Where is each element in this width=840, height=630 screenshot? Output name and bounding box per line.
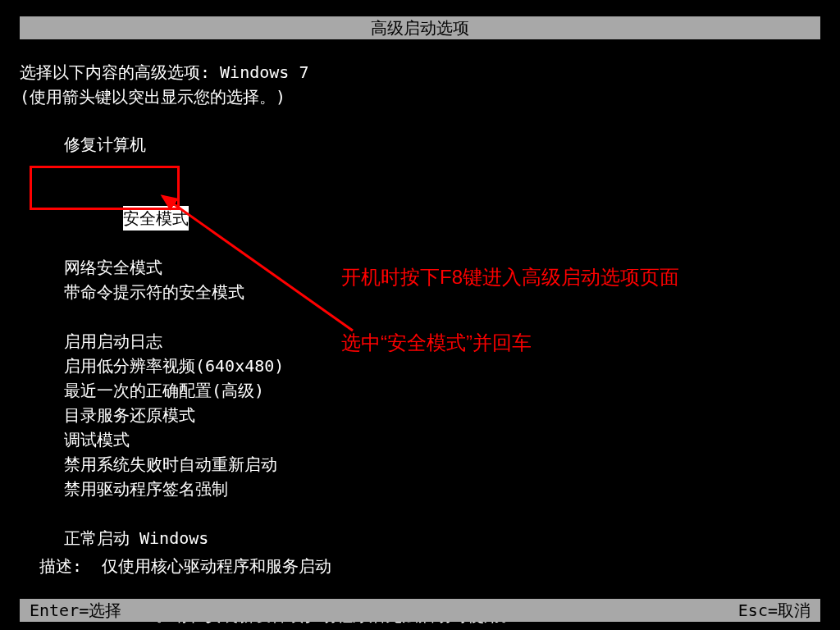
footer-enter-hint: Enter=选择: [30, 599, 121, 622]
footer-esc-hint: Esc=取消: [738, 599, 810, 622]
menu-item-disable-driver-sig[interactable]: 禁用驱动程序签名强制: [64, 477, 820, 501]
menu-item-ds-restore[interactable]: 目录服务还原模式: [64, 403, 820, 427]
menu-item-low-res[interactable]: 启用低分辨率视频(640x480): [64, 354, 820, 378]
selected-highlight: 安全模式: [123, 206, 189, 231]
menu-item-boot-log[interactable]: 启用启动日志: [64, 329, 820, 354]
title-bar: 高级启动选项: [20, 16, 820, 39]
menu-item-safe-mode[interactable]: 安全模式: [64, 181, 820, 255]
prompt-line-1: 选择以下内容的高级选项: Windows 7: [20, 60, 820, 84]
menu-item-last-known-good[interactable]: 最近一次的正确配置(高级): [64, 378, 820, 403]
content-area: 选择以下内容的高级选项: Windows 7 (使用箭头键以突出显示您的选择。)…: [20, 60, 820, 550]
menu-item-safe-mode-cmd[interactable]: 带命令提示符的安全模式: [64, 280, 820, 304]
boot-menu[interactable]: 修复计算机 安全模式 网络安全模式 带命令提示符的安全模式 启用启动日志 启用低…: [64, 132, 820, 550]
description-label: 描述:: [39, 556, 82, 576]
menu-item-repair[interactable]: 修复计算机: [64, 132, 820, 157]
description-line-1: 仅使用核心驱动程序和服务启动: [102, 556, 331, 576]
menu-item-disable-auto-restart[interactable]: 禁用系统失败时自动重新启动: [64, 452, 820, 477]
menu-item-safe-mode-network[interactable]: 网络安全模式: [64, 255, 820, 280]
menu-item-debug[interactable]: 调试模式: [64, 427, 820, 452]
prompt-line-2: (使用箭头键以突出显示您的选择。): [20, 84, 820, 109]
title-text: 高级启动选项: [371, 18, 469, 38]
footer-bar: Enter=选择 Esc=取消: [20, 599, 820, 622]
